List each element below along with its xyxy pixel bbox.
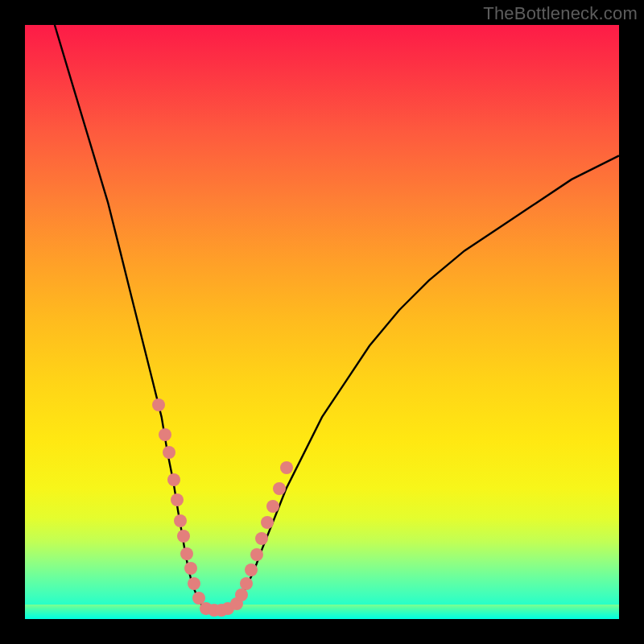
- optimal-band: [25, 605, 619, 619]
- chart-frame: TheBottleneck.com: [0, 0, 644, 644]
- plot-area: [25, 25, 619, 619]
- watermark-text: TheBottleneck.com: [483, 3, 638, 24]
